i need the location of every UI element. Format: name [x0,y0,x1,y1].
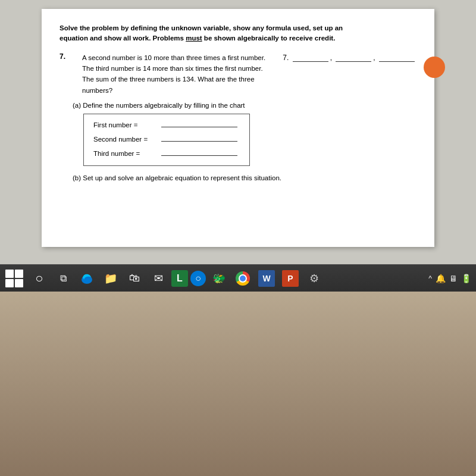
launcher-l-icon[interactable]: L [171,270,188,287]
search-button[interactable]: ○ [29,268,50,289]
problem-text: A second number is 10 more than three ti… [82,52,271,96]
file-explorer-icon[interactable]: 📁 [100,268,121,289]
document-paper: Solve the problem by defining the unknow… [42,9,434,247]
mail-icon[interactable]: ✉ [148,268,169,289]
store-icon[interactable]: 🛍 [124,268,145,289]
part-a-label: (a) Define the numbers algebraically by … [73,102,416,109]
taskbar-right: ^ 🔔 🖥 🔋 [428,274,471,283]
settings-icon[interactable]: ⚙ [303,268,325,289]
first-number-label: First number = [93,121,159,129]
third-number-row: Third number = [93,150,237,157]
second-number-label: Second number = [93,136,159,143]
third-number-label: Third number = [93,150,159,157]
battery-icon[interactable]: 🔋 [461,274,471,283]
start-button[interactable] [5,268,26,289]
part-b-label: (b) Set up and solve an algebraic equati… [73,174,416,181]
answer-blank-3 [379,61,415,62]
answer-blank-2 [336,61,371,62]
second-number-blank[interactable] [161,141,237,142]
definition-chart: First number = Second number = Third num… [83,114,250,166]
third-number-blank[interactable] [161,155,237,156]
screen-icon[interactable]: 🖥 [449,274,458,283]
answer-blank-1 [293,61,328,62]
task-view-button[interactable]: ⧉ [52,268,74,289]
problem-number: 7. [60,52,70,96]
document-area: Solve the problem by defining the unknow… [0,0,476,264]
edge-icon[interactable] [76,268,98,289]
second-number-row: Second number = [93,136,237,143]
chrome-icon[interactable] [232,268,253,289]
instructions-text: Solve the problem by defining the unknow… [60,23,416,44]
notifications-icon[interactable]: 🔔 [436,274,446,283]
up-arrow-icon[interactable]: ^ [428,274,432,283]
circle-app-icon[interactable]: ○ [190,271,206,286]
orange-circle-decoration [424,57,445,78]
answer-blanks: 7. , , [283,52,416,96]
powerpoint-icon[interactable]: P [280,268,301,289]
first-number-row: First number = [93,121,237,129]
first-number-blank[interactable] [161,127,237,127]
problem-7-section: 7. A second number is 10 more than three… [60,52,416,96]
laptop-screen: Solve the problem by defining the unknow… [0,0,476,292]
taskbar: ○ ⧉ 📁 🛍 ✉ L ○ 🐲 W [0,264,476,292]
word-icon[interactable]: W [256,268,277,289]
laptop-body: C F5 F6 F7 F8 F9 F10 F11 F12 PrtSc Inser… [0,292,476,476]
game-icon[interactable]: 🐲 [208,268,230,289]
